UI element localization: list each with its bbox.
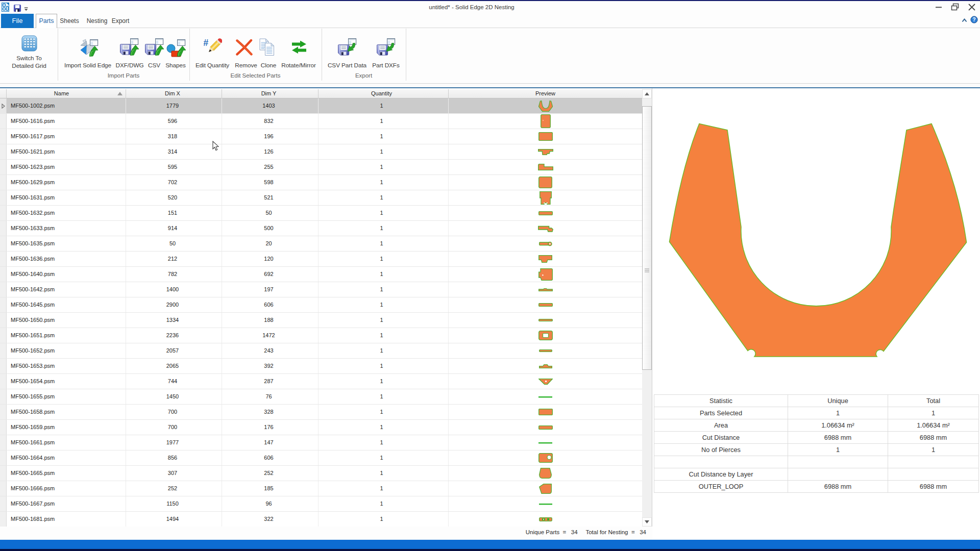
svg-text:#: # (204, 38, 208, 48)
svg-text:?: ? (972, 16, 975, 22)
